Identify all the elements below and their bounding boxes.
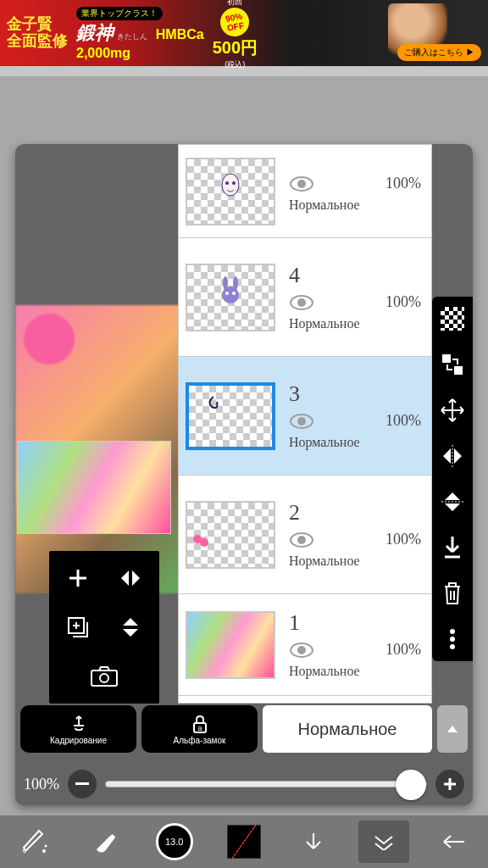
layer-opacity: 100% — [385, 412, 421, 430]
layers-toggle-button[interactable] — [358, 821, 409, 863]
layer-opacity: 100% — [385, 641, 421, 659]
checker-icon — [441, 307, 464, 331]
transform-button[interactable] — [439, 397, 466, 424]
opacity-decrease-button[interactable] — [68, 770, 97, 798]
crop-button[interactable]: Кадрирование — [20, 705, 136, 753]
svg-point-0 — [222, 174, 239, 196]
visibility-icon[interactable] — [289, 413, 314, 430]
collapse-button[interactable] — [437, 705, 468, 753]
crop-icon — [69, 714, 89, 734]
layer-item[interactable]: 1 100% Нормальное — [179, 594, 431, 696]
brush-size-button[interactable]: 13.0 — [149, 821, 200, 863]
layer-blend-mode: Нормальное — [289, 316, 421, 331]
merge-down-button[interactable] — [439, 534, 466, 561]
camera-button[interactable] — [58, 658, 151, 695]
layer-item-selected[interactable]: 3 100% Нормальное — [179, 357, 431, 476]
svg-point-24 — [450, 629, 455, 634]
alpha-label: Альфа-замок — [174, 736, 226, 745]
ad-off-badge: 90% OFF — [219, 5, 252, 38]
svg-point-1 — [225, 181, 229, 185]
layer-number: 4 — [289, 263, 421, 288]
alpha-lock-button[interactable]: a Альфа-замок — [141, 705, 258, 753]
svg-point-29 — [100, 674, 108, 682]
color-swatch — [227, 825, 261, 859]
svg-point-26 — [450, 644, 455, 649]
layers-panel[interactable]: 100% Нормальное 4 100% Нормальное — [178, 144, 432, 704]
layer-thumbnail[interactable] — [186, 611, 275, 679]
svg-point-6 — [223, 276, 228, 290]
visibility-icon[interactable] — [289, 294, 314, 311]
flip-v-button[interactable] — [110, 609, 151, 646]
pink-icon — [192, 534, 209, 548]
flip-button[interactable] — [110, 559, 151, 597]
canvas-card: 100% Нормальное 4 100% Нормальное — [15, 144, 473, 805]
ad-brand: 鍛神 — [76, 22, 114, 43]
opacity-slider[interactable] — [105, 781, 427, 787]
layer-item[interactable]: 4 100% Нормальное — [179, 238, 431, 357]
color-swatch-button[interactable] — [219, 821, 269, 863]
dots-icon — [449, 628, 456, 650]
flip-h-icon — [118, 567, 143, 589]
layer-thumbnail[interactable] — [186, 382, 275, 450]
brush-tool-button[interactable] — [9, 821, 60, 863]
ad-mg: 2,000mg — [76, 46, 130, 60]
plus-icon — [443, 777, 457, 791]
layer-opacity: 100% — [385, 293, 421, 311]
svg-point-19 — [297, 646, 306, 654]
opacity-increase-button[interactable] — [435, 770, 464, 798]
ad-banner[interactable]: 金子賢 全面監修 業界トップクラス！ 鍛神 きたしん HMBCa2,000mg … — [0, 0, 488, 66]
duplicate-icon — [66, 615, 90, 639]
crop-label: Кадрирование — [50, 736, 107, 745]
svg-point-4 — [297, 180, 306, 188]
layer-item[interactable]: 2 100% Нормальное — [179, 476, 431, 594]
layer-blend-mode: Нормальное — [289, 554, 421, 569]
transparency-button[interactable] — [439, 305, 466, 332]
duplicate-layer-button[interactable] — [58, 609, 98, 646]
visibility-icon[interactable] — [289, 175, 314, 192]
ad-sponsor: 金子賢 全面監修 — [7, 16, 68, 50]
layer-blend-mode: Нормальное — [289, 435, 421, 450]
brush-size-ring: 13.0 — [156, 823, 193, 860]
merge-button[interactable] — [439, 351, 466, 378]
layer-thumbnail[interactable] — [186, 264, 275, 331]
svg-rect-20 — [442, 354, 451, 363]
flip-horizontal-button[interactable] — [439, 442, 466, 470]
reference-image[interactable] — [17, 441, 171, 534]
brush-icon — [20, 827, 49, 856]
layer-tools-vertical — [432, 297, 473, 661]
svg-point-25 — [450, 637, 455, 642]
flip-h-icon — [440, 445, 465, 467]
eraser-tool-button[interactable] — [79, 821, 130, 863]
ad-sub: きたしん — [117, 32, 147, 41]
layer-thumbnail[interactable] — [186, 158, 275, 225]
svg-rect-32 — [75, 782, 89, 785]
delete-layer-button[interactable] — [439, 580, 466, 607]
minus-icon — [75, 782, 89, 786]
layer-thumbnail[interactable] — [186, 501, 275, 569]
merge-icon — [441, 353, 464, 376]
add-layer-button[interactable] — [58, 559, 98, 597]
opacity-row: 100% — [15, 770, 473, 798]
more-options-button[interactable] — [439, 626, 466, 653]
layer-blend-mode: Нормальное — [289, 664, 421, 679]
visibility-icon[interactable] — [289, 531, 314, 548]
triangle-up-icon — [446, 724, 459, 734]
svg-rect-21 — [454, 366, 463, 375]
svg-point-17 — [297, 536, 306, 544]
ad-first: 初回 — [213, 0, 258, 8]
flip-v-icon — [441, 489, 463, 515]
face-icon — [219, 172, 241, 198]
blend-mode-selector[interactable]: Нормальное — [263, 705, 432, 753]
layer-number: 1 — [289, 610, 421, 636]
app-viewport: 100% Нормальное 4 100% Нормальное — [0, 76, 488, 868]
arrow-left-icon — [441, 833, 466, 850]
svg-point-8 — [225, 292, 229, 295]
flip-vertical-button[interactable] — [439, 488, 466, 515]
down-arrow-button[interactable] — [288, 821, 339, 863]
ad-buy-button[interactable]: ご購入はこちら ▶ — [397, 44, 481, 61]
visibility-icon[interactable] — [289, 642, 314, 659]
back-button[interactable] — [428, 821, 479, 863]
layer-item[interactable]: 100% Нормальное — [179, 145, 431, 238]
svg-point-13 — [297, 417, 306, 426]
slider-knob[interactable] — [396, 770, 426, 800]
